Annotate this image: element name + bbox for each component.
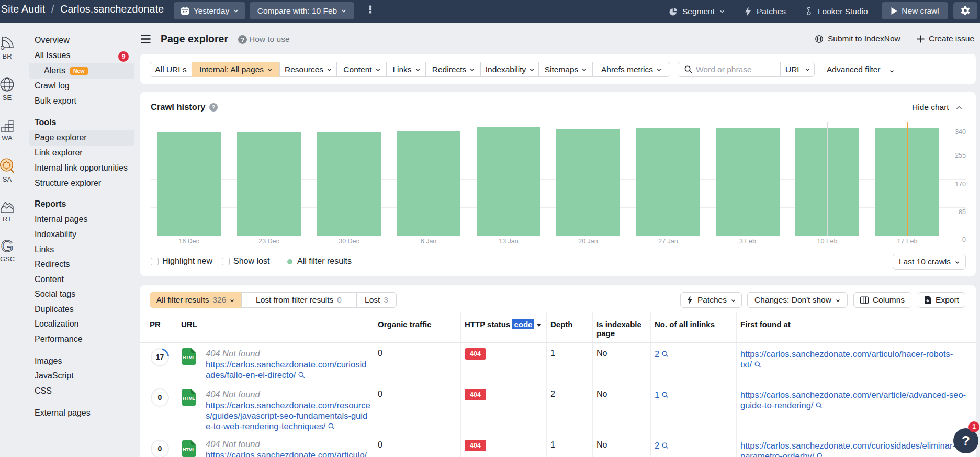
svg-text:?: ?	[212, 105, 215, 110]
svg-text:?: ?	[241, 37, 244, 43]
svg-text:HTML: HTML	[183, 355, 195, 360]
svg-text:HTML: HTML	[183, 396, 195, 401]
svg-text:G: G	[1, 239, 13, 253]
svg-text:HTML: HTML	[183, 447, 195, 452]
